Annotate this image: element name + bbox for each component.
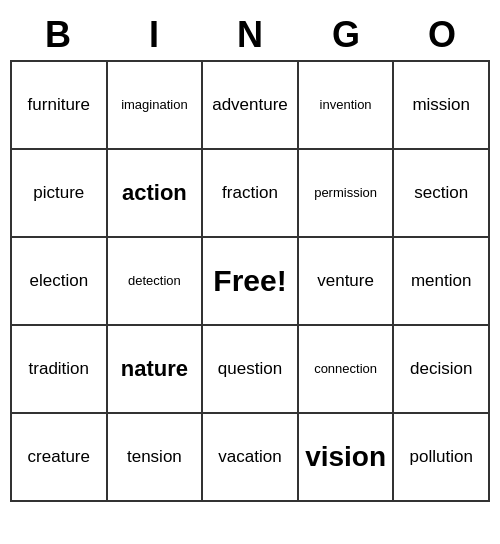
- cell-text-r0-c2: adventure: [212, 95, 288, 115]
- cell-r3-c1: nature: [108, 326, 204, 414]
- cell-r1-c4: section: [394, 150, 490, 238]
- cell-text-r4-c4: pollution: [410, 447, 473, 467]
- cell-text-r1-c3: permission: [314, 185, 377, 201]
- cell-r2-c0: election: [12, 238, 108, 326]
- cell-r0-c2: adventure: [203, 62, 299, 150]
- cell-r1-c1: action: [108, 150, 204, 238]
- cell-r4-c4: pollution: [394, 414, 490, 502]
- cell-text-r4-c1: tension: [127, 447, 182, 467]
- cell-text-r0-c1: imagination: [121, 97, 188, 113]
- cell-text-r3-c2: question: [218, 359, 282, 379]
- bingo-card: BINGO furnitureimaginationadventureinven…: [10, 10, 490, 502]
- cell-r2-c3: venture: [299, 238, 395, 326]
- cell-text-r4-c3: vision: [305, 440, 386, 474]
- cell-text-r1-c2: fraction: [222, 183, 278, 203]
- cell-text-r2-c3: venture: [317, 271, 374, 291]
- cell-text-r3-c4: decision: [410, 359, 472, 379]
- cell-r4-c1: tension: [108, 414, 204, 502]
- cell-r1-c3: permission: [299, 150, 395, 238]
- cell-text-r0-c3: invention: [320, 97, 372, 113]
- cell-r0-c4: mission: [394, 62, 490, 150]
- cell-text-r0-c0: furniture: [28, 95, 90, 115]
- cell-r0-c3: invention: [299, 62, 395, 150]
- cell-r4-c2: vacation: [203, 414, 299, 502]
- cell-text-r2-c1: detection: [128, 273, 181, 289]
- bingo-header: BINGO: [10, 10, 490, 60]
- cell-r2-c2: Free!: [203, 238, 299, 326]
- cell-text-r0-c4: mission: [412, 95, 470, 115]
- cell-r2-c4: mention: [394, 238, 490, 326]
- cell-text-r2-c4: mention: [411, 271, 471, 291]
- cell-r0-c1: imagination: [108, 62, 204, 150]
- cell-text-r4-c0: creature: [28, 447, 90, 467]
- cell-text-r2-c0: election: [29, 271, 88, 291]
- cell-r2-c1: detection: [108, 238, 204, 326]
- cell-r3-c0: tradition: [12, 326, 108, 414]
- cell-text-r3-c3: connection: [314, 361, 377, 377]
- cell-text-r1-c1: action: [122, 180, 187, 206]
- cell-r3-c4: decision: [394, 326, 490, 414]
- header-letter-O: O: [394, 10, 490, 60]
- cell-r4-c0: creature: [12, 414, 108, 502]
- header-letter-B: B: [10, 10, 106, 60]
- cell-r1-c0: picture: [12, 150, 108, 238]
- cell-r1-c2: fraction: [203, 150, 299, 238]
- header-letter-I: I: [106, 10, 202, 60]
- cell-text-r4-c2: vacation: [218, 447, 281, 467]
- cell-r3-c2: question: [203, 326, 299, 414]
- cell-text-r2-c2: Free!: [213, 263, 286, 299]
- bingo-grid: furnitureimaginationadventureinventionmi…: [10, 60, 490, 502]
- cell-r3-c3: connection: [299, 326, 395, 414]
- cell-text-r1-c0: picture: [33, 183, 84, 203]
- header-letter-G: G: [298, 10, 394, 60]
- cell-text-r3-c1: nature: [121, 356, 188, 382]
- cell-r0-c0: furniture: [12, 62, 108, 150]
- cell-text-r3-c0: tradition: [29, 359, 89, 379]
- cell-text-r1-c4: section: [414, 183, 468, 203]
- cell-r4-c3: vision: [299, 414, 395, 502]
- header-letter-N: N: [202, 10, 298, 60]
